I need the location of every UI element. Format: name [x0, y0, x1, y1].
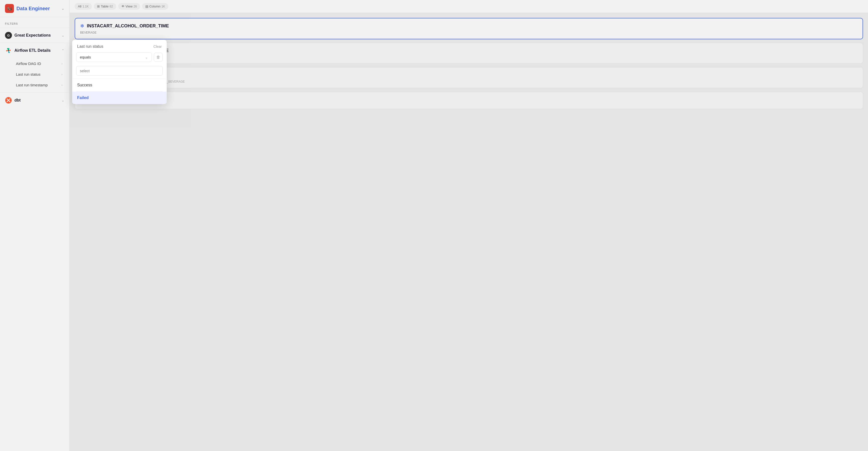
option-failed-label: Failed	[77, 96, 89, 100]
dropdown-controls: equals ⌄ 🗑	[72, 52, 167, 65]
trash-icon: 🗑	[156, 55, 160, 59]
dropdown-clear-button[interactable]: Clear	[154, 44, 162, 49]
option-success-label: Success	[77, 83, 92, 87]
option-success[interactable]: Success	[72, 79, 167, 91]
option-failed[interactable]: Failed	[72, 92, 167, 104]
dropdown-options: Success Failed	[72, 79, 167, 104]
delete-filter-button[interactable]: 🗑	[154, 53, 163, 62]
dropdown-header: Last run status Clear	[72, 40, 167, 52]
operator-select[interactable]: equals ⌄	[76, 52, 152, 62]
dropdown-title: Last run status	[77, 44, 103, 49]
last-run-status-dropdown: Last run status Clear equals ⌄ 🗑 Success…	[72, 40, 167, 104]
search-input-row	[72, 65, 167, 79]
operator-chevron-icon: ⌄	[145, 55, 148, 59]
status-search-input[interactable]	[76, 66, 163, 76]
operator-value: equals	[80, 55, 91, 59]
